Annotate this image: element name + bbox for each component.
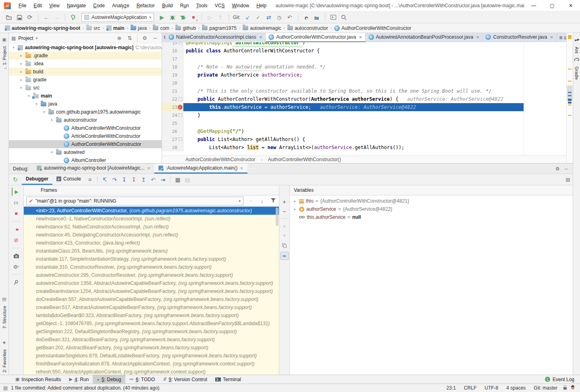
encoding[interactable]: UTF-8 <box>480 385 502 391</box>
save-icon[interactable] <box>15 12 24 22</box>
rollback-icon[interactable]: ↶ <box>285 12 295 22</box>
chevron-open-icon[interactable]: ▾ <box>19 86 23 90</box>
breadcrumb-item[interactable]: autoconstructor <box>287 25 328 31</box>
tool-window-button-4-run[interactable]: ▶4: Run <box>65 375 93 384</box>
minimize-button[interactable]: — <box>524 0 543 11</box>
variable-row[interactable]: ▸pauthorService={AuthorService@4822} <box>290 205 573 213</box>
fold-marker-icon[interactable]: − <box>179 137 182 141</box>
git-update-icon[interactable]: ↙ <box>243 12 253 22</box>
gear-icon[interactable]: ⚙ <box>141 35 149 41</box>
chevron-closed-icon[interactable]: ▸ <box>293 199 297 203</box>
run-icon[interactable]: ▶ <box>157 12 167 22</box>
tree-row[interactable]: ▾autowired <box>9 148 162 156</box>
stack-frame[interactable]: autowireConstructor:295, ConstructorReso… <box>24 271 279 279</box>
add-watch-icon[interactable]: + <box>281 198 288 205</box>
event-log-button[interactable]: 1Event Log <box>539 375 580 384</box>
hide-panel-icon[interactable]: ─ <box>151 35 159 41</box>
breadcrumb-item[interactable]: CAuthorControllerWithConstructor <box>334 25 411 31</box>
status-message[interactable]: 1 file committed: Added comment about du… <box>11 385 159 391</box>
stack-frame[interactable]: instantiateClass:203, BeanUtils,(org.spr… <box>24 247 279 255</box>
layout-settings-icon[interactable]: ≡ <box>85 175 95 185</box>
stack-frame[interactable]: lambda$doGetBean$0:323, AbstractBeanFact… <box>24 311 279 319</box>
trace-icon[interactable]: ▤ <box>183 175 192 185</box>
stack-frame[interactable]: doGetBean:321, AbstractBeanFactory,(org.… <box>24 336 279 344</box>
stack-frame[interactable]: newInstance:423, Constructor,(java.lang.… <box>24 239 279 247</box>
close-icon[interactable]: ✕ <box>240 166 243 170</box>
mute-breakpoints-icon[interactable]: ⊘ <box>12 236 21 244</box>
resume-icon[interactable]: ▶ <box>12 188 21 196</box>
chevron-closed-icon[interactable]: ▸ <box>19 78 23 82</box>
editor-gutter[interactable]: 25 <box>162 119 183 127</box>
project-structure-icon[interactable] <box>312 12 322 22</box>
tool-window-button-project[interactable]: 1: Project <box>2 46 7 65</box>
evaluate-expression-icon[interactable]: ▦ <box>173 175 183 185</box>
breadcrumb-item[interactable]: com <box>153 25 169 31</box>
drop-frame-icon[interactable]: ↶ <box>148 175 158 185</box>
step-over-icon[interactable]: ↷ <box>110 175 119 185</box>
debugger-settings-icon[interactable]: ⚙▾ <box>12 263 21 271</box>
menu-code[interactable]: Code <box>89 0 108 11</box>
stack-frame[interactable]: instantiate:310, ConstructorResolver,(or… <box>24 263 279 271</box>
debug-session-tab[interactable]: :AutowireMagicApplication.main()✕ <box>154 164 247 174</box>
variable-row[interactable]: OOthis.authorService=null <box>290 213 573 221</box>
editor-gutter[interactable]: 20 <box>162 79 183 87</box>
variable-row[interactable]: ▸this={AuthorControllerWithConstructor@4… <box>290 197 573 205</box>
locate-file-icon[interactable]: ⊕ <box>115 35 123 41</box>
move-up-icon[interactable]: ▲ <box>281 223 288 229</box>
sync-icon[interactable]: ⟳ <box>25 12 35 22</box>
editor-gutter[interactable]: 23✓ <box>162 103 183 111</box>
fold-marker-icon[interactable]: − <box>179 97 182 101</box>
tree-row[interactable]: ▾autoconstructor <box>9 116 162 124</box>
show-watches-icon[interactable]: ∞ <box>281 252 289 260</box>
restore-layout-icon[interactable]: ⊞ <box>563 175 573 185</box>
menu-build[interactable]: Build <box>158 0 177 11</box>
code-editor[interactable]: 15−@RequestMapping("authorswithconstruct… <box>162 42 566 156</box>
tree-row[interactable]: CAlbumControllerWithConstructor <box>9 124 162 132</box>
tree-row[interactable]: ▸.gradle <box>9 52 162 60</box>
duplicate-icon[interactable] <box>281 242 288 249</box>
frames-scrollbar[interactable] <box>276 207 279 226</box>
stack-frame[interactable]: preInstantiateSingletons:879, DefaultLis… <box>24 352 279 360</box>
stack-frame[interactable]: newInstance:62, NativeConstructorAccesso… <box>24 223 279 231</box>
stack-frame[interactable]: refresh:550, AbstractApplicationContext,… <box>24 368 279 375</box>
chevron-closed-icon[interactable]: ▸ <box>293 207 297 211</box>
chevron-open-icon[interactable]: ▾ <box>50 150 54 154</box>
git-branch[interactable]: Git: master <box>530 385 561 391</box>
chevron-open-icon[interactable]: ▾ <box>11 46 16 50</box>
breadcrumb-item[interactable]: src <box>86 25 100 31</box>
wrench-icon[interactable] <box>301 12 311 22</box>
stop-icon[interactable]: ■ <box>12 209 21 218</box>
stack-frame[interactable]: doCreateBean:557, AbstractAutowireCapabl… <box>24 295 279 303</box>
collapse-all-icon[interactable]: ⇅ <box>126 35 134 41</box>
build-hammer-icon[interactable] <box>69 12 78 22</box>
thread-dump-icon[interactable] <box>12 252 21 260</box>
tool-window-button-terminal[interactable]: ❯_Terminal <box>211 375 245 384</box>
editor-gutter[interactable]: 18 <box>162 63 183 71</box>
close-icon[interactable]: ✕ <box>476 35 479 39</box>
show-execution-point-icon[interactable]: ↸ <box>100 175 110 185</box>
menu-navigate[interactable]: Navigate <box>63 0 89 11</box>
menu-vcs[interactable]: VCS <box>211 0 229 11</box>
tree-row[interactable]: CAuthorControllerWithConstructor <box>9 140 162 148</box>
editor-tab[interactable]: CConstructorResolver.java✕ <box>482 33 556 42</box>
tree-row[interactable]: ▾java <box>9 100 162 108</box>
menu-help[interactable]: Help <box>253 0 270 11</box>
run-with-coverage-icon[interactable]: ◥▶ <box>178 12 188 22</box>
stack-frame[interactable]: newInstance:45, DelegatingConstructorAcc… <box>24 231 279 239</box>
hide-panel-icon[interactable]: ─ <box>564 166 568 172</box>
menu-refactor[interactable]: Refactor <box>133 0 158 11</box>
tool-window-button-5-debug[interactable]: ●5: Debug <box>93 375 125 384</box>
breadcrumb-item[interactable]: autowiring-magic-spring-boot <box>5 25 80 31</box>
menu-analyze[interactable]: Analyze <box>108 0 133 11</box>
chevron-down-icon[interactable]: ▾ <box>36 36 38 40</box>
chevron-closed-icon[interactable]: ▸ <box>19 54 23 58</box>
tree-row[interactable]: ▸.idea <box>9 60 162 68</box>
debug-icon[interactable] <box>168 12 177 22</box>
breakpoint-icon[interactable]: ✓ <box>178 105 183 110</box>
thread-dropdown[interactable]: ✔ "main"@1 in group "main": RUNNING ▾ <box>26 197 243 205</box>
close-icon[interactable]: ✕ <box>550 35 553 39</box>
tree-row[interactable]: ▾main <box>9 92 162 100</box>
view-tab-debugger[interactable]: Debugger <box>22 174 52 185</box>
lock-icon[interactable] <box>563 385 567 391</box>
tool-window-button-structure[interactable]: 7: Structure <box>2 306 7 329</box>
